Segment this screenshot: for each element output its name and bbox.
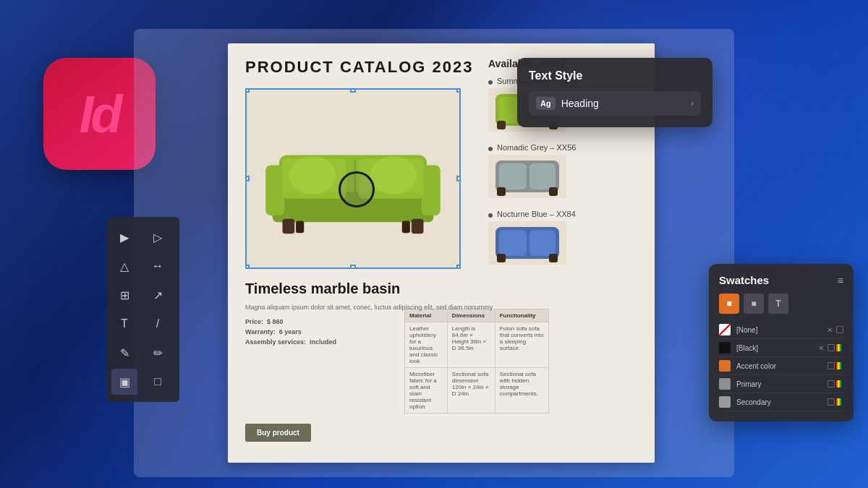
product-table: Material Dimensions Functionality Leathe… bbox=[404, 309, 549, 414]
svg-point-12 bbox=[370, 156, 417, 194]
swatches-menu-icon[interactable]: ≡ bbox=[838, 275, 843, 286]
swatch-item-secondary[interactable]: Secondary bbox=[719, 393, 843, 411]
color-entry-blue: Nocturne Blue – XX84 bbox=[488, 210, 640, 267]
svg-rect-24 bbox=[549, 187, 558, 196]
swatch-primary-color bbox=[719, 378, 731, 390]
swatch-primary-actions bbox=[827, 380, 843, 388]
swatch-secondary-label: Secondary bbox=[736, 398, 822, 406]
swatch-secondary-actions bbox=[827, 398, 843, 406]
swatch-mini-sq bbox=[836, 326, 843, 333]
color-bullet bbox=[488, 147, 493, 151]
brush-tool[interactable]: ✏ bbox=[145, 340, 171, 366]
type-tool[interactable]: T bbox=[111, 311, 137, 337]
table-cell: Length is 84.6in × Height 36in × D 36.5i… bbox=[447, 322, 495, 367]
swatch-black-label: [Black] bbox=[736, 344, 810, 352]
swatch-mini-color bbox=[836, 344, 843, 351]
table-header-functionality: Functionality bbox=[495, 309, 548, 322]
color-label-blue: Nocturne Blue – XX84 bbox=[497, 210, 576, 218]
swatch-black-color bbox=[719, 342, 731, 354]
swatch-primary-label: Primary bbox=[736, 380, 822, 388]
chevron-down-icon: › bbox=[691, 98, 694, 108]
svg-rect-27 bbox=[499, 230, 527, 256]
swatch-none-label: [None] bbox=[736, 326, 819, 334]
color-swatch-grey bbox=[488, 155, 566, 198]
resize-tool[interactable]: ↔ bbox=[145, 253, 171, 279]
pen-tool[interactable]: ✎ bbox=[111, 340, 137, 366]
swatch-color-type-button[interactable]: ■ bbox=[719, 294, 739, 314]
swatch-type-row: ■ ■ T bbox=[719, 294, 843, 314]
product-title: Timeless marble basin bbox=[245, 281, 637, 297]
swatch-accent-color bbox=[719, 360, 731, 372]
swatch-action-x: ✕ bbox=[825, 325, 835, 335]
price-label: Price: bbox=[245, 318, 263, 325]
table-cell: Futon sofa sofa that converts into a sle… bbox=[495, 322, 548, 367]
swatch-mini-color bbox=[836, 398, 843, 406]
swatch-item-none[interactable]: [None] ✕ bbox=[719, 321, 843, 339]
direct-select-tool[interactable]: ▷ bbox=[145, 224, 171, 250]
svg-rect-21 bbox=[499, 163, 527, 189]
svg-rect-2 bbox=[265, 165, 284, 215]
swatches-title: Swatches bbox=[719, 274, 769, 286]
table-row: Microfiber fabric for a soft and stain r… bbox=[405, 367, 549, 413]
frame-grid-tool[interactable]: ⊞ bbox=[111, 282, 137, 308]
buy-product-button[interactable]: Buy product bbox=[245, 424, 311, 442]
pencil-tool[interactable]: / bbox=[145, 311, 171, 337]
swatch-mini-color bbox=[836, 362, 843, 369]
color-bullet bbox=[488, 80, 493, 85]
cursor-circle bbox=[339, 171, 375, 207]
sofa-image bbox=[247, 90, 459, 267]
table-cell: Sectional sofa with hidden storage compa… bbox=[495, 367, 548, 413]
swatch-mini-sq bbox=[827, 344, 835, 351]
swatch-item-black[interactable]: [Black] ✕ bbox=[719, 339, 843, 357]
color-bullet bbox=[488, 213, 493, 218]
assembly-value: included bbox=[310, 338, 336, 346]
price-value: $ 860 bbox=[267, 318, 284, 325]
svg-rect-30 bbox=[549, 254, 558, 262]
svg-rect-17 bbox=[497, 121, 506, 129]
ag-badge: Ag bbox=[536, 97, 556, 110]
toolbar-panel: ▶ ▷ △ ↔ ⊞ ↗ T / ✎ ✏ ▣ □ bbox=[107, 217, 179, 402]
color-swatch-blue bbox=[488, 221, 566, 265]
svg-rect-9 bbox=[296, 221, 304, 234]
swatch-mini-sq bbox=[827, 398, 835, 406]
style-label: Heading bbox=[561, 98, 691, 109]
select-arrow-tool[interactable]: ▶ bbox=[111, 224, 137, 250]
swatch-mini-sq bbox=[827, 362, 835, 369]
swatch-mini-sq bbox=[827, 380, 835, 388]
svg-rect-8 bbox=[412, 219, 424, 234]
text-style-dropdown[interactable]: Ag Heading › bbox=[529, 91, 701, 116]
svg-rect-28 bbox=[529, 230, 556, 256]
swatch-mini-color bbox=[836, 380, 843, 388]
swatch-accent-actions bbox=[827, 362, 843, 369]
swatches-header: Swatches ≡ bbox=[719, 274, 843, 286]
warranty-label: Warranty: bbox=[245, 328, 276, 335]
text-style-panel: Text Style Ag Heading › bbox=[517, 58, 712, 127]
svg-rect-10 bbox=[402, 221, 410, 234]
logo-text: Id bbox=[80, 85, 120, 144]
svg-point-11 bbox=[289, 156, 336, 194]
scale-tool[interactable]: ↗ bbox=[145, 282, 171, 308]
color-entry-grey: Nomadic Grey – XX56 bbox=[488, 143, 640, 201]
swatch-gradient-type-button[interactable]: ■ bbox=[744, 294, 764, 314]
swatch-action-x: ✕ bbox=[816, 343, 826, 353]
svg-rect-23 bbox=[497, 187, 506, 196]
swatch-text-type-button[interactable]: T bbox=[768, 294, 788, 314]
swatch-none-actions: ✕ bbox=[825, 325, 843, 335]
image-selection-box[interactable] bbox=[245, 88, 461, 269]
swatch-none-color bbox=[719, 324, 731, 335]
content-select-tool[interactable]: △ bbox=[111, 253, 137, 279]
svg-rect-22 bbox=[529, 163, 556, 189]
swatch-accent-label: Accent color bbox=[736, 362, 822, 370]
swatch-item-accent[interactable]: Accent color bbox=[719, 357, 843, 375]
swatches-panel: Swatches ≡ ■ ■ T [None] ✕ [Black] ✕ Acce… bbox=[709, 264, 854, 421]
swatch-item-primary[interactable]: Primary bbox=[719, 375, 843, 393]
text-style-panel-title: Text Style bbox=[529, 69, 701, 82]
table-cell: Leather upholstery for a luxurious and c… bbox=[405, 322, 448, 367]
svg-rect-7 bbox=[283, 219, 295, 234]
shape-tool[interactable]: □ bbox=[145, 369, 171, 395]
table-cell: Sectional sofa dimension 120in × 24in × … bbox=[447, 367, 495, 413]
svg-rect-29 bbox=[497, 254, 506, 262]
table-cell: Microfiber fabric for a soft and stain r… bbox=[405, 367, 448, 413]
swatch-black-actions: ✕ bbox=[816, 343, 843, 353]
gradient-tool[interactable]: ▣ bbox=[111, 369, 137, 395]
